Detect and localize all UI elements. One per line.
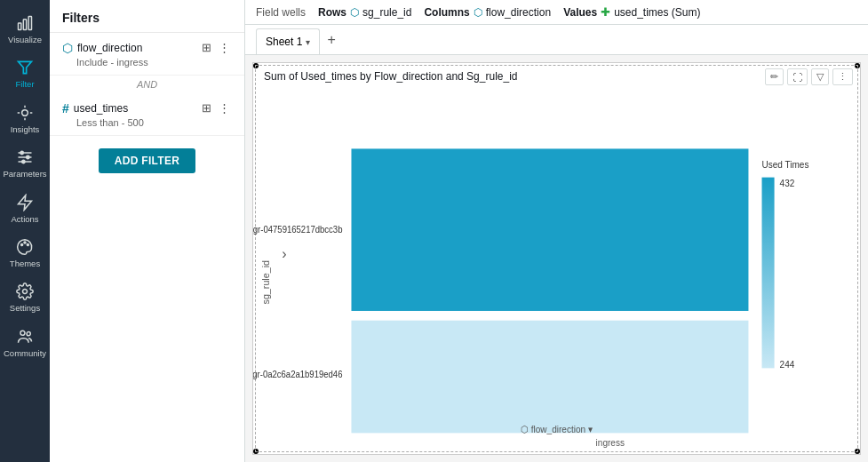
sidebar-item-visualize[interactable]: Visualize [0,7,50,52]
filter-hash-icon: # [62,101,69,116]
filter-2-name: used_times [74,102,128,115]
settings-icon [16,283,34,300]
svg-point-16 [21,243,23,245]
svg-marker-15 [19,195,32,210]
filter-network-icon: ⬡ [62,41,73,55]
legend-min-value: 244 [780,360,795,370]
rows-pill: Rows ⬡ sg_rule_id [318,6,411,19]
insights-icon [16,104,34,122]
sidebar-item-themes[interactable]: Themes [0,231,50,275]
row2-label: sgr-0a2c6a2a1b919ed46 [253,370,343,379]
filters-panel: Filters ⬡ flow_direction ⊞ ⋮ Include - i… [50,0,245,462]
filter-2-more-btn[interactable]: ⋮ [217,100,232,116]
filter-2-sub: Less than - 500 [62,117,232,128]
values-value[interactable]: used_times (Sum) [614,6,700,19]
add-sheet-button[interactable]: + [322,28,340,52]
filter-item-1: ⬡ flow_direction ⊞ ⋮ Include - ingress [50,33,244,76]
rows-icon: ⬡ [350,6,359,19]
chart-more-btn[interactable]: ⋮ [832,68,853,85]
svg-point-18 [27,243,28,245]
add-filter-button[interactable]: ADD FILTER [99,148,195,173]
columns-value[interactable]: flow_direction [486,6,551,19]
svg-point-12 [20,152,23,155]
chart-container: Sum of Used_times by Flow_direction and … [252,62,861,455]
field-wells-bar: Field wells Rows ⬡ sg_rule_id Columns ⬡ … [245,0,868,25]
icon-sidebar: Visualize Filter Insights Parameters [0,0,50,462]
sidebar-item-parameters[interactable]: Parameters [0,141,50,186]
columns-icon: ⬡ [474,6,482,19]
sheet-tabs-bar: Sheet 1 ▾ + [245,25,868,55]
legend-max-value: 432 [780,179,795,188]
legend-gradient-bar [762,178,775,369]
svg-point-14 [22,161,25,163]
main-area: Field wells Rows ⬡ sg_rule_id Columns ⬡ … [245,0,868,462]
svg-point-19 [23,290,28,294]
themes-icon [16,238,34,256]
filter-1-grid-btn[interactable]: ⊞ [200,40,213,55]
filters-panel-title: Filters [50,0,244,33]
svg-rect-1 [23,20,26,30]
filter-and-divider: AND [50,76,244,93]
sidebar-item-actions[interactable]: Actions [0,187,50,231]
x-axis-label: ⬡ flow_direction ▾ [521,425,592,434]
bar-1[interactable] [351,148,748,311]
filter-2-actions: ⊞ ⋮ [200,100,232,116]
field-wells-label[interactable]: Field wells [256,6,306,19]
legend-title: Used Times [762,160,809,170]
chart-pencil-btn[interactable]: ✏ [765,68,784,85]
actions-icon [16,194,34,211]
selection-corner-tl [253,63,259,68]
community-icon [16,328,34,346]
sidebar-item-actions-label: Actions [11,214,38,224]
filter-1-name: flow_direction [77,42,142,54]
rows-value[interactable]: sg_rule_id [362,6,411,19]
selection-corner-tr [855,63,860,68]
values-label: Values [563,6,597,19]
filter-2-title: # used_times [62,101,128,116]
sidebar-item-themes-label: Themes [10,259,40,268]
columns-pill: Columns ⬡ flow_direction [424,6,551,19]
sidebar-item-parameters-label: Parameters [3,169,46,179]
chart-toolbar: ✏ ⛶ ▽ ⋮ [765,68,853,85]
filter-icon [16,59,34,76]
svg-point-13 [27,156,29,159]
values-icon: ✚ [601,5,610,19]
sheet-tab-1-chevron: ▾ [306,37,310,47]
svg-point-4 [22,109,28,116]
sidebar-item-filter[interactable]: Filter [0,52,50,96]
parameters-icon [16,148,34,166]
y-axis-chevron: › [282,244,286,262]
values-pill: Values ✚ used_times (Sum) [563,5,700,19]
filter-item-2: # used_times ⊞ ⋮ Less than - 500 [50,93,244,136]
chart-expand-btn[interactable]: ⛶ [787,68,808,85]
rows-label: Rows [318,6,346,19]
sheet-tab-1[interactable]: Sheet 1 ▾ [256,28,320,54]
sidebar-item-insights[interactable]: Insights [0,97,50,141]
sidebar-item-filter-label: Filter [15,79,34,89]
sidebar-item-community-label: Community [4,348,46,358]
sidebar-item-settings[interactable]: Settings [0,275,50,320]
y-axis-label: sg_rule_id [261,260,271,305]
chart-svg: sg_rule_id › sgr-04759165217dbcc3b sgr-0… [253,92,860,454]
filter-1-more-btn[interactable]: ⋮ [217,40,232,55]
svg-point-20 [20,331,25,335]
svg-point-21 [27,331,30,335]
filter-2-grid-btn[interactable]: ⊞ [200,100,213,116]
bar-2[interactable] [351,321,748,434]
svg-rect-2 [28,17,31,30]
svg-rect-0 [19,23,21,30]
chart-filter-btn[interactable]: ▽ [811,68,829,85]
sidebar-item-visualize-label: Visualize [8,35,42,44]
svg-point-17 [24,242,26,243]
x-axis-value: ingress [596,438,625,448]
filter-1-actions: ⊞ ⋮ [200,40,232,55]
columns-label: Columns [424,6,469,19]
chart-svg-wrapper: sg_rule_id › sgr-04759165217dbcc3b sgr-0… [253,92,860,454]
sidebar-item-community[interactable]: Community [0,321,50,365]
filter-1-sub: Include - ingress [62,57,232,68]
sidebar-item-settings-label: Settings [10,303,40,313]
row1-label: sgr-04759165217dbcc3b [253,225,343,235]
chart-icon [16,14,34,32]
sheet-tab-1-label: Sheet 1 [266,36,302,48]
sidebar-item-insights-label: Insights [11,124,40,134]
